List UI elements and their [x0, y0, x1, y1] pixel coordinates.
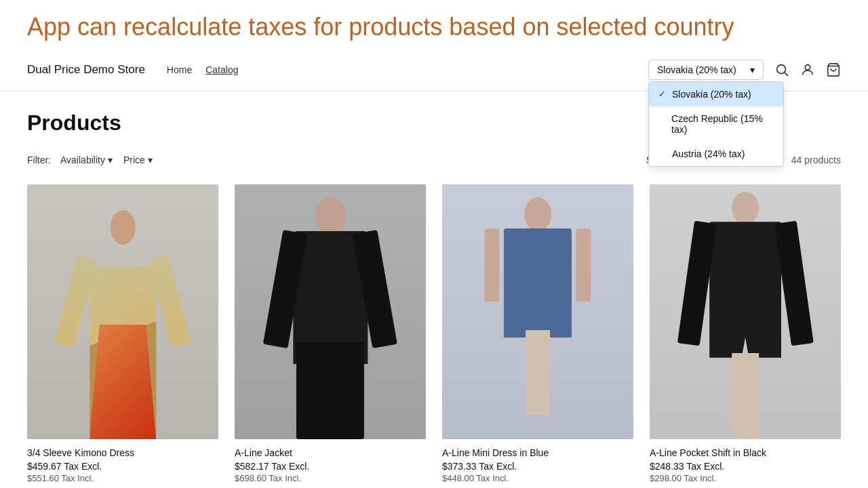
country-dropdown-menu: ✓ Slovakia (20% tax) Czech Republic (15%… — [648, 81, 784, 167]
svg-point-0 — [777, 64, 786, 73]
product-image-4 — [650, 184, 841, 439]
product-price-incl-3: $448.00 Tax Incl. — [442, 473, 633, 483]
product-card-2[interactable]: A-Line Jacket $582.17 Tax Excl. $698.60 … — [235, 184, 426, 483]
account-icon[interactable] — [800, 62, 815, 77]
product-image-1 — [27, 184, 218, 439]
selected-country-label: Slovakia (20% tax) — [657, 64, 736, 75]
country-option-czech[interactable]: Czech Republic (15% tax) — [649, 106, 783, 142]
price-filter-button[interactable]: Price ▾ — [122, 152, 154, 168]
country-option-slovakia[interactable]: ✓ Slovakia (20% tax) — [649, 82, 783, 106]
product-price-excl-2: $582.17 Tax Excl. — [235, 461, 426, 472]
availability-filter-button[interactable]: Availability ▾ — [59, 152, 114, 168]
availability-arrow-icon: ▾ — [108, 155, 113, 165]
filter-label: Filter: — [27, 155, 51, 165]
product-name-4: A-Line Pocket Shift in Black — [650, 447, 841, 458]
country-option-austria[interactable]: Austria (24% tax) — [649, 142, 783, 166]
filter-left: Filter: Availability ▾ Price ▾ — [27, 152, 154, 168]
svg-line-1 — [785, 73, 788, 76]
banner-text: App can recalculate taxes for products b… — [27, 12, 841, 41]
product-image-3 — [442, 184, 633, 439]
product-card-3[interactable]: A-Line Mini Dress in Blue $373.33 Tax Ex… — [442, 184, 633, 483]
country-dropdown-wrapper: Slovakia (20% tax) ▾ ✓ Slovakia (20% tax… — [648, 60, 764, 80]
product-price-incl-4: $298.00 Tax Incl. — [650, 473, 841, 483]
dropdown-arrow-icon: ▾ — [750, 64, 755, 75]
product-card-4[interactable]: A-Line Pocket Shift in Black $248.33 Tax… — [650, 184, 841, 483]
nav-links: Home Catalog — [167, 64, 239, 75]
navbar: Dual Price Demo Store Home Catalog Slova… — [0, 48, 868, 92]
product-price-incl-2: $698.60 Tax Incl. — [235, 473, 426, 483]
product-image-2 — [235, 184, 426, 439]
nav-right: Slovakia (20% tax) ▾ ✓ Slovakia (20% tax… — [648, 60, 841, 80]
check-icon: ✓ — [658, 89, 668, 99]
svg-point-2 — [805, 64, 810, 69]
product-grid: 3/4 Sleeve Kimono Dress $459.67 Tax Excl… — [27, 184, 841, 483]
banner: App can recalculate taxes for products b… — [0, 0, 868, 48]
nav-catalog[interactable]: Catalog — [205, 64, 238, 75]
product-price-incl-1: $551.60 Tax Incl. — [27, 473, 218, 483]
product-count: 44 products — [791, 155, 841, 165]
nav-home[interactable]: Home — [167, 64, 192, 75]
product-price-excl-1: $459.67 Tax Excl. — [27, 461, 218, 472]
nav-left: Dual Price Demo Store Home Catalog — [27, 63, 238, 77]
product-name-2: A-Line Jacket — [235, 447, 426, 458]
search-icon[interactable] — [774, 62, 789, 77]
product-price-excl-4: $248.33 Tax Excl. — [650, 461, 841, 472]
price-arrow-icon: ▾ — [148, 155, 153, 165]
country-select-button[interactable]: Slovakia (20% tax) ▾ — [648, 60, 764, 80]
product-name-1: 3/4 Sleeve Kimono Dress — [27, 447, 218, 458]
product-name-3: A-Line Mini Dress in Blue — [442, 447, 633, 458]
product-card-1[interactable]: 3/4 Sleeve Kimono Dress $459.67 Tax Excl… — [27, 184, 218, 483]
page-content: Products Filter: Availability ▾ Price ▾ … — [0, 110, 868, 483]
product-price-excl-3: $373.33 Tax Excl. — [442, 461, 633, 472]
store-name: Dual Price Demo Store — [27, 63, 145, 77]
cart-icon[interactable] — [826, 62, 841, 77]
